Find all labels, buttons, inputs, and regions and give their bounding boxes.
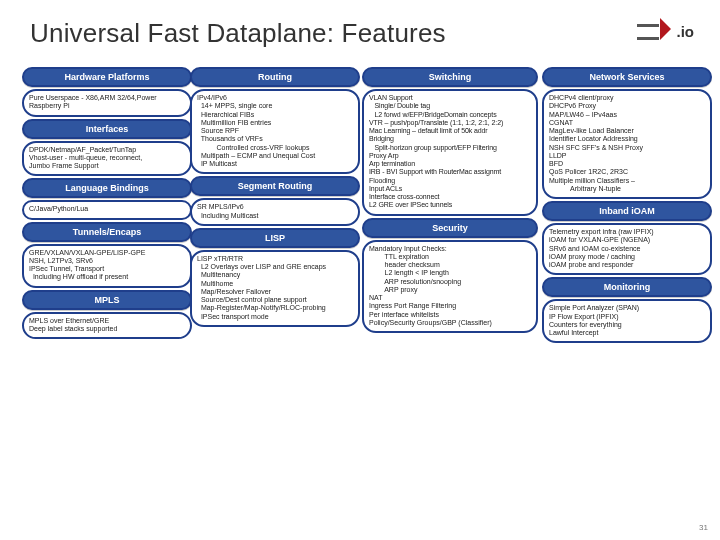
fdio-logo: .io (637, 18, 695, 44)
logo-suffix: .io (677, 23, 695, 40)
page-number: 31 (699, 523, 708, 532)
pill-tunnels-encaps: Tunnels/Encaps (22, 222, 192, 242)
box-network-services: DHCPv4 client/proxyDHCPv6 ProxyMAP/LW46 … (542, 89, 712, 199)
box-lisp: LISP xTR/RTR L2 Overlays over LISP and G… (190, 250, 360, 327)
pill-monitoring: Monitoring (542, 277, 712, 297)
box-segment-routing: SR MPLS/IPv6 Including Multicast (190, 198, 360, 226)
box-switching: VLAN Support Single/ Double tag L2 forwd… (362, 89, 538, 216)
pill-routing: Routing (190, 67, 360, 87)
pill-segment-routing: Segment Routing (190, 176, 360, 196)
pill-inband-ioam: Inband iOAM (542, 201, 712, 221)
pill-lisp: LISP (190, 228, 360, 248)
page-title: Universal Fast Dataplane: Features (30, 18, 446, 49)
logo-mark-icon (637, 18, 675, 44)
pill-hardware-platforms: Hardware Platforms (22, 67, 192, 87)
pill-switching: Switching (362, 67, 538, 87)
pill-network-services: Network Services (542, 67, 712, 87)
box-routing: IPv4/IPv6 14+ MPPS, single core Hierarch… (190, 89, 360, 174)
box-inband-ioam: Telemetry export infra (raw IPFIX)iOAM f… (542, 223, 712, 275)
box-mpls: MPLS over Ethernet/GREDeep label stacks … (22, 312, 192, 340)
box-hardware-platforms: Pure Userspace - X86,ARM 32/64,PowerRasp… (22, 89, 192, 117)
box-language-bindings: C/Java/Python/Lua (22, 200, 192, 219)
box-interfaces: DPDK/Netmap/AF_Packet/TunTapVhost-user -… (22, 141, 192, 177)
box-tunnels-encaps: GRE/VXLAN/VXLAN-GPE/LISP-GPENSH, L2TPv3,… (22, 244, 192, 288)
box-security: Mandatory Input Checks: TTL expiration h… (362, 240, 538, 334)
pill-interfaces: Interfaces (22, 119, 192, 139)
pill-security: Security (362, 218, 538, 238)
pill-mpls: MPLS (22, 290, 192, 310)
pill-language-bindings: Language Bindings (22, 178, 192, 198)
box-monitoring: Simple Port Analyzer (SPAN)IP Flow Expor… (542, 299, 712, 343)
feature-board: Hardware Platforms Pure Userspace - X86,… (22, 65, 710, 485)
